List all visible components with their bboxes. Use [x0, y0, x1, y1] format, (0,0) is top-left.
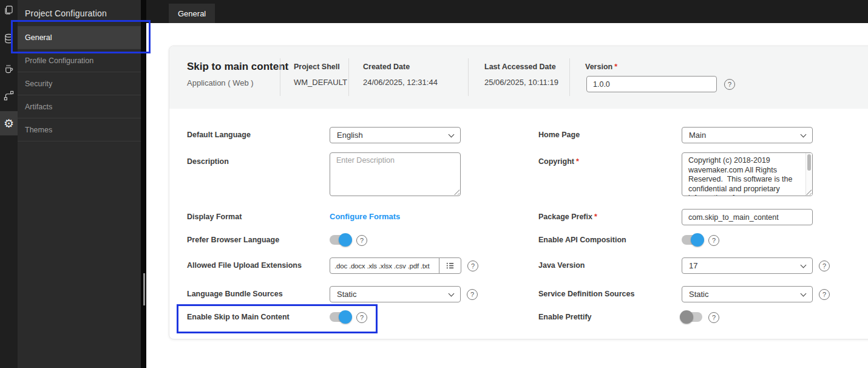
enable-prettify-label: Enable Prettify — [538, 312, 682, 339]
chevron-down-icon — [449, 132, 455, 138]
created-date-label: Created Date — [363, 63, 410, 71]
created-date-value: 24/06/2025, 12:31:44 — [363, 78, 438, 87]
java-version-label: Java Version — [538, 257, 682, 286]
header-divider — [468, 58, 469, 96]
project-configuration-page: ⚙ Project Configuration General Profile … — [0, 0, 868, 368]
configure-formats-link[interactable]: Configure Formats — [330, 212, 400, 221]
settings-sidebar: Project Configuration General Profile Co… — [18, 0, 141, 368]
project-title: Skip to main content — [187, 61, 288, 73]
main-content: General Skip to main content Application… — [146, 0, 868, 368]
bulleted-list-icon — [446, 261, 455, 270]
enable-api-composition-toggle[interactable] — [682, 235, 702, 245]
project-shell-value: WM_DEFAULT — [294, 78, 347, 87]
allowed-extensions-input[interactable] — [330, 257, 439, 274]
enable-prettify-help-icon[interactable]: ? — [708, 312, 719, 323]
language-bundle-sources-help-icon[interactable]: ? — [467, 289, 478, 300]
sidebar-scrollbar-thumb[interactable] — [143, 273, 145, 305]
settings-gear-icon[interactable]: ⚙ — [0, 116, 18, 131]
textarea-scrollbar-track — [805, 153, 812, 196]
java-version-select[interactable]: 17 — [682, 257, 813, 274]
copyright-label: Copyright* — [538, 152, 682, 209]
enable-skip-to-main-content-help-icon[interactable]: ? — [356, 312, 367, 323]
sidebar-item-themes[interactable]: Themes — [18, 118, 141, 141]
sidebar-item-security[interactable]: Security — [18, 72, 141, 95]
sidebar-item-general[interactable]: General — [18, 26, 141, 49]
sidebar-item-profile-configuration[interactable]: Profile Configuration — [18, 49, 141, 72]
service-definition-sources-help-icon[interactable]: ? — [819, 289, 830, 300]
sidebar-title: Project Configuration — [18, 0, 141, 26]
chevron-down-icon — [801, 132, 807, 138]
package-prefix-input[interactable] — [682, 209, 813, 225]
default-language-label: Default Language — [187, 127, 330, 152]
header-divider — [280, 58, 280, 96]
general-settings-form: Default Language English Home Page Main … — [169, 109, 868, 339]
allowed-extensions-help-icon[interactable]: ? — [467, 261, 478, 271]
version-help-icon[interactable]: ? — [724, 79, 735, 90]
header-divider — [569, 58, 570, 96]
sidebar-scrollbar-track — [141, 0, 146, 368]
prefer-browser-language-label: Prefer Browser Language — [187, 234, 330, 257]
enable-skip-to-main-content-toggle[interactable] — [330, 312, 350, 322]
header-divider — [348, 58, 349, 96]
project-summary-header: Skip to main content Application ( Web )… — [169, 46, 868, 109]
tab-bar: General — [146, 0, 868, 23]
sidebar-item-artifacts[interactable]: Artifacts — [18, 95, 141, 118]
toggle-knob — [339, 233, 352, 247]
required-marker: * — [614, 63, 617, 71]
chevron-down-icon — [801, 262, 807, 268]
enable-skip-to-main-content-label: Enable Skip to Main Content — [187, 312, 330, 339]
copyright-textarea[interactable]: Copyright (c) 2018-2019 wavemaker.com Al… — [682, 152, 813, 196]
pages-icon[interactable] — [0, 2, 18, 17]
chevron-down-icon — [801, 291, 807, 297]
prefer-browser-language-help-icon[interactable]: ? — [356, 235, 367, 246]
toggle-knob — [691, 233, 704, 247]
version-input[interactable] — [586, 76, 717, 92]
display-format-label: Display Format — [187, 209, 330, 234]
version-label: Version* — [585, 63, 617, 71]
tab-general[interactable]: General — [169, 4, 215, 23]
last-accessed-label: Last Accessed Date — [484, 63, 556, 71]
language-bundle-sources-label: Language Bundle Sources — [187, 286, 330, 312]
enable-api-composition-label: Enable API Composition — [538, 234, 682, 257]
language-bundle-sources-select[interactable]: Static — [330, 286, 461, 302]
icon-rail: ⚙ — [0, 0, 18, 368]
home-page-select[interactable]: Main — [682, 127, 813, 143]
prefer-browser-language-toggle[interactable] — [330, 235, 350, 245]
general-settings-card: Skip to main content Application ( Web )… — [169, 46, 868, 339]
required-marker: * — [594, 213, 597, 221]
textarea-scrollbar-thumb[interactable] — [807, 154, 811, 171]
java-version-help-icon[interactable]: ? — [819, 261, 830, 271]
workflow-icon[interactable] — [0, 88, 18, 103]
project-subtitle: Application ( Web ) — [187, 78, 254, 87]
description-label: Description — [187, 152, 330, 209]
package-prefix-label: Package Prefix* — [538, 209, 682, 234]
allowed-file-upload-extensions-label: Allowed File Upload Extensions — [187, 257, 330, 286]
required-marker: * — [576, 157, 579, 166]
database-icon[interactable] — [0, 31, 18, 46]
enable-api-composition-help-icon[interactable]: ? — [708, 235, 719, 246]
chevron-down-icon — [449, 291, 455, 297]
service-definition-sources-select[interactable]: Static — [682, 286, 813, 302]
default-language-select[interactable]: English — [330, 127, 461, 143]
last-accessed-value: 25/06/2025, 10:11:19 — [484, 78, 558, 87]
description-textarea[interactable] — [330, 152, 461, 196]
java-services-icon[interactable] — [0, 61, 18, 75]
toggle-knob — [339, 310, 352, 324]
home-page-label: Home Page — [538, 127, 682, 152]
enable-prettify-toggle[interactable] — [682, 312, 702, 322]
extensions-list-button[interactable] — [439, 257, 461, 274]
toggle-knob — [680, 310, 693, 324]
service-definition-sources-label: Service Definition Sources — [538, 286, 682, 312]
project-shell-label: Project Shell — [294, 63, 340, 71]
